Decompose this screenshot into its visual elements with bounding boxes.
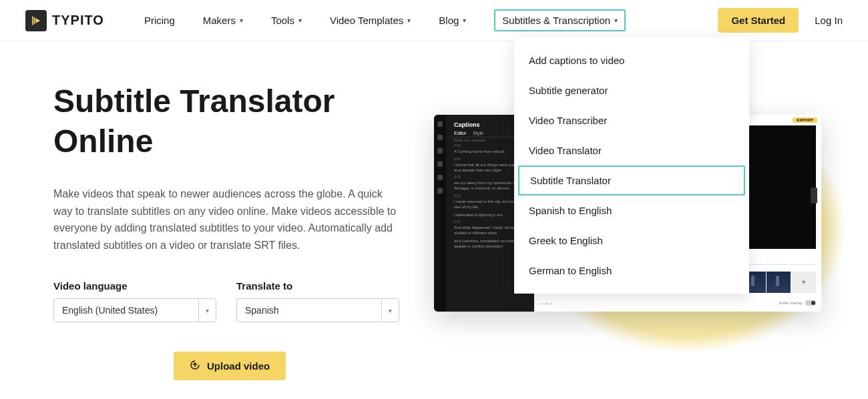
page-desc: Make videos that speak to newer audience… [53, 185, 401, 254]
subtitles-dropdown: Add captions to video Subtitle generator… [514, 37, 749, 294]
upload-label: Upload video [207, 360, 270, 372]
page-title: Subtitle Translator Online [53, 81, 427, 161]
translate-to-select[interactable]: Spanish ▾ [236, 298, 399, 322]
video-language-group: Video language English (United States) ▾ [53, 280, 216, 322]
tool-icon [437, 148, 443, 153]
chevron-down-icon: ▾ [240, 17, 243, 24]
tool-icon [437, 121, 443, 127]
header-actions: Get Started Log In [718, 8, 843, 33]
dropdown-item-video-transcriber[interactable]: Video Transcriber [514, 105, 749, 135]
video-language-select[interactable]: English (United States) ▾ [53, 298, 216, 322]
dropdown-item-greek-english[interactable]: Greek to English [514, 226, 749, 256]
video-language-value: English (United States) [62, 305, 158, 316]
chevron-down-icon: ▾ [407, 17, 411, 24]
nav-blog[interactable]: Blog▾ [439, 9, 466, 31]
tool-icon [437, 161, 443, 167]
nav-pricing[interactable]: Pricing [144, 9, 175, 31]
tab-style[interactable]: Style [473, 131, 483, 135]
dropdown-item-captions[interactable]: Add captions to video [514, 45, 749, 75]
upload-video-button[interactable]: Upload video [174, 352, 286, 380]
thumb[interactable] [767, 272, 791, 293]
nav: Pricing Makers▾ Tools▾ Video Templates▾ … [144, 9, 718, 31]
dropdown-item-spanish-english[interactable]: Spanish to English [514, 195, 749, 226]
tab-editor[interactable]: Editor [454, 131, 466, 135]
logo[interactable]: TYPITO [25, 10, 104, 31]
translate-to-value: Spanish [245, 305, 279, 316]
export-button[interactable]: EXPORT [793, 117, 817, 123]
upload-icon [190, 360, 200, 372]
overlay-toggle[interactable] [805, 300, 816, 306]
translate-to-group: Translate to Spanish ▾ [236, 280, 399, 322]
editor-iconbar [434, 115, 446, 312]
chevron-down-icon: ▾ [381, 299, 399, 322]
chevron-down-icon: ▾ [298, 17, 302, 24]
chevron-down-icon: ▾ [614, 17, 618, 24]
get-started-button[interactable]: Get Started [718, 8, 799, 33]
dropdown-item-subtitle-translator[interactable]: Subtitle Translator [518, 165, 745, 195]
video-language-label: Video language [53, 280, 216, 292]
tool-icon [437, 175, 443, 180]
resize-handle[interactable] [811, 187, 817, 204]
dropdown-item-german-english[interactable]: German to English [514, 256, 749, 286]
translate-to-label: Translate to [236, 280, 399, 292]
nav-subtitles[interactable]: Subtitles & Transcription▾ [494, 9, 626, 31]
tool-icon [437, 188, 443, 193]
zoom-icons[interactable]: — ▭ + [539, 301, 552, 306]
login-link[interactable]: Log In [815, 15, 843, 26]
logo-icon [25, 10, 47, 31]
add-thumb-button[interactable]: + [791, 272, 816, 293]
chevron-down-icon: ▾ [198, 299, 216, 322]
chevron-down-icon: ▾ [463, 17, 466, 24]
dropdown-item-subtitle-generator[interactable]: Subtitle generator [514, 75, 749, 105]
nav-video-templates[interactable]: Video Templates▾ [330, 9, 411, 31]
header: TYPITO Pricing Makers▾ Tools▾ Video Temp… [0, 0, 868, 41]
overlay-label: bullet overlay [779, 301, 803, 305]
nav-makers[interactable]: Makers▾ [203, 9, 243, 31]
dropdown-item-video-translator[interactable]: Video Translator [514, 135, 749, 165]
selects-row: Video language English (United States) ▾… [53, 280, 427, 322]
tool-icon [437, 135, 443, 140]
timeline-footer: — ▭ + bullet overlay [539, 297, 816, 309]
hero-left: Subtitle Translator Online Make videos t… [53, 81, 427, 380]
brand-name: TYPITO [52, 13, 104, 28]
nav-tools[interactable]: Tools▾ [271, 9, 302, 31]
